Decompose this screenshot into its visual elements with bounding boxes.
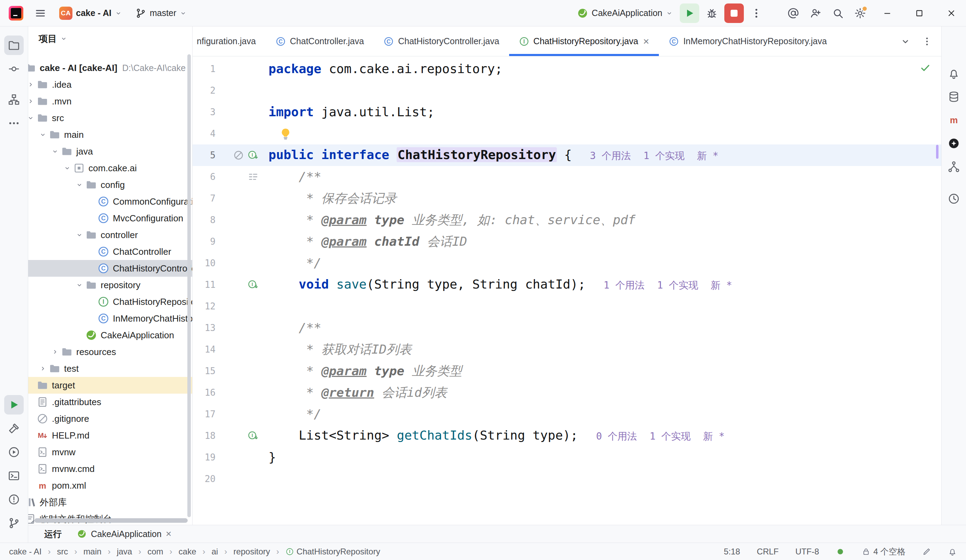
- chevron-down-icon[interactable]: [61, 162, 73, 174]
- code-vision-hint[interactable]: 1 个实现: [657, 280, 698, 291]
- close-tab-icon[interactable]: ×: [643, 36, 649, 47]
- editor-tab[interactable]: Cnfiguration.java: [192, 26, 266, 56]
- tree-item[interactable]: main: [28, 126, 192, 143]
- run-button[interactable]: [680, 3, 699, 23]
- toolwindow-project-button[interactable]: [4, 36, 24, 55]
- status-caret-position[interactable]: 5:18: [724, 547, 740, 557]
- invite-user-button[interactable]: [806, 3, 825, 23]
- docrender-icon[interactable]: [248, 171, 259, 182]
- breadcrumb-item[interactable]: main: [83, 547, 101, 557]
- code-text[interactable]: }: [268, 447, 276, 468]
- tree-item[interactable]: java: [28, 143, 192, 160]
- code-text[interactable]: /**: [268, 317, 321, 339]
- tree-item[interactable]: .gitignore: [28, 410, 192, 427]
- code-text[interactable]: * @return 会话id列表: [268, 382, 447, 403]
- breadcrumb-item[interactable]: src: [57, 547, 68, 557]
- chevron-down-icon[interactable]: [37, 129, 49, 141]
- settings-button[interactable]: [850, 3, 870, 23]
- chevron-right-icon[interactable]: [37, 363, 49, 375]
- run-toolwindow-title[interactable]: 运行: [44, 528, 62, 540]
- code-text[interactable]: package com.cake.ai.repository;: [268, 58, 503, 80]
- tree-item[interactable]: IChatHistoryRepository: [28, 293, 192, 310]
- breadcrumb-item[interactable]: repository: [233, 547, 270, 557]
- tree-item[interactable]: test: [28, 360, 192, 377]
- close-button[interactable]: [937, 0, 966, 26]
- code-text[interactable]: /**: [268, 166, 321, 188]
- chevron-right-icon[interactable]: [28, 79, 36, 90]
- inspections-widget[interactable]: [920, 62, 931, 76]
- breadcrumb-item[interactable]: ai: [211, 547, 218, 557]
- tree-item[interactable]: .idea: [28, 76, 192, 93]
- tree-item[interactable]: CChatController: [28, 243, 192, 260]
- code-text[interactable]: List<String> getChatIds(String type);0 个…: [268, 425, 724, 447]
- project-horizontal-scrollbar[interactable]: [34, 518, 188, 523]
- code-text[interactable]: * 获取对话ID列表: [268, 339, 412, 360]
- toolwindow-maven-button[interactable]: m: [944, 110, 964, 130]
- code-text[interactable]: import java.util.List;: [268, 101, 435, 123]
- tree-item[interactable]: config: [28, 177, 192, 193]
- tree-item[interactable]: cake - AI [cake-AI]D:\Cake-AI\cake - AI: [28, 59, 192, 76]
- tree-item[interactable]: repository: [28, 277, 192, 293]
- status-indent[interactable]: 4 个空格: [861, 546, 905, 557]
- editor-tab[interactable]: CInMemoryChatHistoryRepository.java: [659, 26, 836, 56]
- stop-button[interactable]: [724, 3, 744, 23]
- code-vision-hint[interactable]: 新 *: [711, 280, 732, 291]
- tree-item[interactable]: .gitattributes: [28, 394, 192, 410]
- toolwindow-vcs-button[interactable]: [4, 513, 24, 533]
- implemented-icon[interactable]: I: [248, 150, 259, 161]
- code-text[interactable]: public interface ChatHistoryRepository {…: [268, 144, 718, 167]
- toolwindow-problems-button[interactable]: [4, 490, 24, 509]
- code-vision-hint[interactable]: 新 *: [703, 431, 724, 442]
- tree-item[interactable]: CakeAiApplication: [28, 327, 192, 344]
- tree-item[interactable]: controller: [28, 227, 192, 243]
- tree-item[interactable]: 外部库: [28, 494, 192, 511]
- toolwindow-hierarchy-button[interactable]: [944, 157, 964, 177]
- code-text[interactable]: */: [268, 403, 321, 425]
- code-text[interactable]: * @param type 业务类型: [268, 360, 462, 382]
- toolwindow-more-button[interactable]: [4, 113, 24, 133]
- minimize-button[interactable]: [873, 0, 902, 26]
- implemented-icon[interactable]: I: [248, 430, 259, 441]
- chevron-down-icon[interactable]: [49, 146, 61, 157]
- toolwindow-ai-assistant-button[interactable]: [944, 134, 964, 153]
- chevron-right-icon[interactable]: [49, 346, 61, 358]
- code-text[interactable]: */: [268, 252, 321, 274]
- forbidden-icon[interactable]: [233, 150, 244, 161]
- chevron-down-icon[interactable]: [74, 229, 85, 241]
- status-encoding[interactable]: UTF-8: [795, 547, 819, 557]
- editor[interactable]: 1package com.cake.ai.repository;23import…: [192, 56, 941, 525]
- close-run-tab-icon[interactable]: ×: [166, 529, 171, 539]
- tree-item[interactable]: CInMemoryChatHistoryRepository: [28, 310, 192, 327]
- implemented-icon[interactable]: I: [248, 279, 259, 290]
- toolwindow-notifications-button[interactable]: [944, 64, 964, 83]
- breadcrumb-item[interactable]: com: [147, 547, 163, 557]
- main-menu-button[interactable]: [31, 3, 50, 23]
- tree-item[interactable]: resources: [28, 344, 192, 360]
- tree-item[interactable]: mvnw: [28, 444, 192, 460]
- breadcrumb-item[interactable]: cake: [179, 547, 196, 557]
- tree-item[interactable]: .mvn: [28, 93, 192, 110]
- run-config-selector[interactable]: CakeAiApplication: [573, 5, 677, 21]
- code-vision-hint[interactable]: 1 个实现: [649, 431, 690, 442]
- tree-item[interactable]: CMvcConfiguration: [28, 210, 192, 227]
- tree-item[interactable]: MHELP.md: [28, 427, 192, 444]
- code-vision-hint[interactable]: 1 个实现: [644, 150, 685, 162]
- project-panel-title[interactable]: 项目: [39, 33, 57, 45]
- tree-item[interactable]: com.cake.ai: [28, 160, 192, 177]
- app-logo-button[interactable]: [6, 3, 26, 23]
- code-text[interactable]: * @param chatId 会话ID: [268, 231, 467, 252]
- more-run-actions-button[interactable]: [747, 3, 766, 23]
- toolwindow-structure-button[interactable]: [4, 90, 24, 109]
- tree-item[interactable]: target: [28, 377, 192, 394]
- tree-item[interactable]: CChatHistoryController: [28, 260, 192, 277]
- run-toolwindow-tab[interactable]: CakeAiApplication ×: [77, 529, 171, 539]
- toolwindow-run-button[interactable]: [4, 395, 24, 414]
- toolwindow-services-button[interactable]: [4, 442, 24, 462]
- code-text[interactable]: void save(String type, String chatId);1 …: [268, 273, 732, 296]
- breadcrumb-item[interactable]: cake - AI: [9, 547, 41, 557]
- code-with-me-button[interactable]: [784, 3, 803, 23]
- status-notifications[interactable]: [948, 547, 957, 556]
- toolwindow-build-button[interactable]: [4, 419, 24, 438]
- tab-options-button[interactable]: [922, 36, 932, 47]
- project-selector[interactable]: CA cake - AI: [55, 4, 126, 23]
